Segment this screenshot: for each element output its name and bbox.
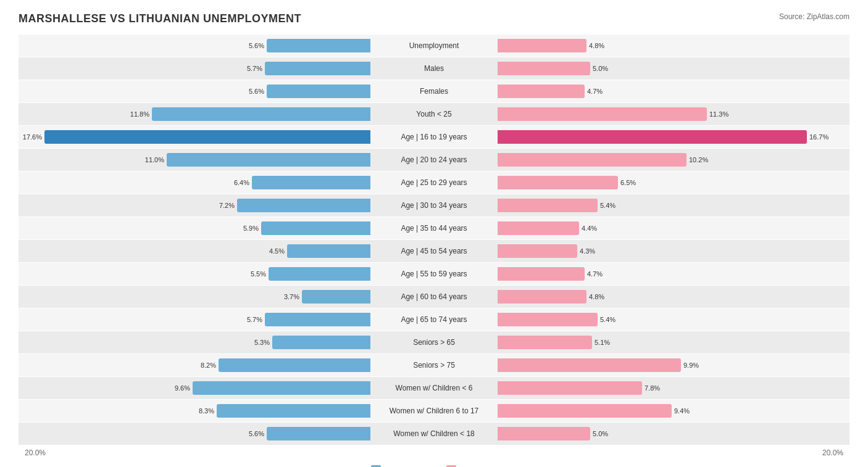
left-bar — [267, 85, 370, 98]
left-bar-value: 5.5% — [251, 270, 266, 278]
chart-row: 3.7%Age | 60 to 64 years4.8% — [19, 286, 849, 308]
left-bar — [217, 404, 370, 418]
left-bar — [167, 153, 370, 167]
left-bar-section: 8.2% — [19, 354, 370, 376]
right-bar — [498, 290, 586, 304]
right-bar-value: 4.7% — [587, 88, 603, 95]
right-bar-section: 11.3% — [498, 103, 849, 125]
left-bar-section: 11.0% — [19, 149, 370, 171]
right-bar-value: 7.8% — [645, 384, 660, 392]
row-label: Females — [370, 87, 498, 96]
left-bar-value: 7.2% — [219, 202, 235, 209]
left-bar — [267, 427, 370, 440]
left-bar — [237, 199, 370, 212]
row-label: Age | 55 to 59 years — [370, 270, 498, 278]
left-bar — [261, 221, 370, 235]
row-label: Age | 65 to 74 years — [370, 315, 498, 324]
left-bar — [152, 107, 370, 121]
chart-row: 5.6%Unemployment4.8% — [19, 35, 849, 57]
left-bar-section: 5.5% — [19, 263, 370, 285]
row-label: Youth < 25 — [370, 110, 498, 118]
left-bar-value: 5.9% — [243, 225, 259, 232]
right-bar-value: 4.3% — [580, 247, 595, 255]
chart-row: 17.6%Age | 16 to 19 years16.7% — [19, 126, 849, 148]
row-label: Males — [370, 64, 498, 73]
right-bar-section: 10.2% — [498, 149, 849, 171]
chart-row: 6.4%Age | 25 to 29 years6.5% — [19, 172, 849, 194]
right-bar — [498, 107, 707, 121]
right-bar-section: 4.7% — [498, 80, 849, 102]
left-bar — [267, 39, 370, 52]
row-label: Women w/ Children < 6 — [370, 384, 498, 392]
left-bar — [287, 244, 370, 258]
right-bar-section: 5.4% — [498, 194, 849, 217]
left-bar-section: 5.6% — [19, 80, 370, 102]
chart-row: 11.0%Age | 20 to 24 years10.2% — [19, 149, 849, 171]
right-bar-section: 4.4% — [498, 217, 849, 239]
row-label: Unemployment — [370, 41, 498, 50]
right-bar-value: 11.3% — [709, 110, 728, 118]
chart-row: 5.6%Women w/ Children < 185.0% — [19, 423, 849, 445]
left-bar-section: 3.7% — [19, 286, 370, 308]
row-label: Age | 16 to 19 years — [370, 133, 498, 141]
right-bar-section: 9.4% — [498, 400, 849, 422]
right-bar — [498, 85, 585, 98]
right-bar — [498, 427, 590, 440]
right-bar-section: 6.5% — [498, 172, 849, 194]
left-bar — [302, 290, 370, 304]
row-label: Age | 60 to 64 years — [370, 292, 498, 301]
right-bar-value: 5.0% — [593, 430, 608, 437]
left-bar-section: 5.9% — [19, 217, 370, 239]
chart-rows-wrapper: 5.6%Unemployment4.8%5.7%Males5.0%5.6%Fem… — [19, 35, 849, 445]
left-bar — [265, 313, 370, 326]
left-bar-section: 5.7% — [19, 57, 370, 80]
chart-row: 4.5%Age | 45 to 54 years4.3% — [19, 240, 849, 262]
right-bar-value: 5.0% — [593, 65, 608, 72]
left-bar-section: 6.4% — [19, 172, 370, 194]
right-bar — [498, 153, 686, 167]
left-bar-value: 11.0% — [145, 156, 164, 163]
left-bar-section: 5.6% — [19, 423, 370, 445]
row-label: Age | 35 to 44 years — [370, 224, 498, 233]
right-bar-value: 4.4% — [582, 225, 597, 232]
axis-row: 20.0% 20.0% — [19, 445, 849, 460]
right-bar — [498, 404, 672, 418]
left-bar — [44, 130, 370, 144]
right-bar-value: 5.4% — [600, 316, 616, 323]
right-bar — [498, 267, 585, 281]
right-bar-section: 16.7% — [498, 126, 849, 148]
left-bar — [265, 62, 370, 75]
right-bar-value: 4.7% — [587, 270, 603, 278]
right-bar-section: 7.8% — [498, 377, 849, 399]
right-bar-section: 4.8% — [498, 35, 849, 57]
right-bar-value: 4.8% — [589, 293, 604, 300]
row-label: Age | 25 to 29 years — [370, 178, 498, 187]
chart-row: 8.2%Seniors > 759.9% — [19, 354, 849, 376]
left-bar-section: 17.6% — [19, 126, 370, 148]
chart-row: 5.6%Females4.7% — [19, 80, 849, 102]
row-label: Seniors > 65 — [370, 338, 498, 347]
left-bar-value: 5.6% — [249, 42, 264, 49]
left-bar-value: 8.3% — [199, 407, 214, 415]
chart-row: 7.2%Age | 30 to 34 years5.4% — [19, 194, 849, 217]
right-bar — [498, 221, 579, 235]
right-bar-section: 5.1% — [498, 331, 849, 353]
left-bar-section: 5.6% — [19, 35, 370, 57]
left-bar — [252, 176, 370, 189]
right-bar — [498, 313, 598, 326]
left-bar-section: 9.6% — [19, 377, 370, 399]
right-bar-value: 9.9% — [683, 362, 699, 369]
row-label: Age | 45 to 54 years — [370, 247, 498, 255]
right-bar — [498, 336, 592, 349]
right-bar-value: 5.4% — [600, 202, 616, 209]
right-bar-value: 9.4% — [674, 407, 690, 415]
left-bar — [219, 358, 370, 372]
left-bar-value: 17.6% — [23, 133, 42, 141]
row-label: Age | 20 to 24 years — [370, 155, 498, 164]
left-bar-value: 5.6% — [249, 88, 264, 95]
right-bar — [498, 358, 681, 372]
right-bar-value: 6.5% — [620, 179, 636, 186]
right-bar-value: 4.8% — [589, 42, 604, 49]
right-bar-section: 4.8% — [498, 286, 849, 308]
left-bar — [193, 381, 370, 395]
